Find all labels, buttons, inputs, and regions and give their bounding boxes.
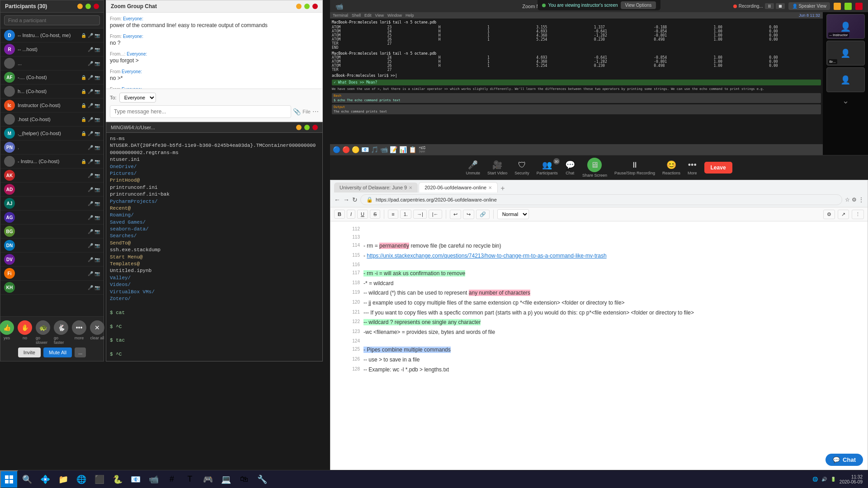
chat-close-button[interactable] [312,4,318,9]
participants-tool[interactable]: 👥 Participants 30 [537,160,558,175]
reactions-tool[interactable]: 😊 Reactions [662,160,680,175]
screen-menu-view[interactable]: View [375,13,384,18]
chat-maximize-button[interactable] [304,4,310,9]
screen-menu-shell[interactable]: Shell [352,13,361,18]
style-dropdown[interactable]: Normal [497,209,529,219]
line-number: 112 [349,225,360,233]
chat-minimize-button[interactable] [296,4,302,9]
thumbnail-blank[interactable]: 👤 [826,67,865,92]
taskbar-slack-button[interactable]: # [163,470,181,488]
no-button[interactable]: ✋ [18,320,32,335]
thumbnail-br[interactable]: 👤 Br... [826,41,865,66]
taskbar-explorer-button[interactable]: 📁 [54,470,72,488]
more-tool[interactable]: ••• More [688,160,697,175]
taskbar-app5-button[interactable]: 🎮 [199,470,217,488]
chat-input[interactable] [110,105,291,118]
avatar [4,156,15,167]
terminal-file: SendTo@ [110,240,131,246]
indent-button[interactable]: →| [413,210,427,219]
terminal-minimize-button[interactable] [296,125,302,130]
chat-bubble[interactable]: 💬 Chat [826,454,863,466]
invite-button[interactable]: Invite [18,347,41,357]
bookmark-button[interactable]: ☆ [845,197,850,203]
start-button[interactable] [0,470,18,488]
chat-file-button[interactable]: 📎 [293,108,301,115]
ordered-list-button[interactable]: 1. [400,210,411,219]
link-button[interactable]: 🔗 [476,210,490,219]
view-options-button[interactable]: View Options [621,1,656,9]
chat-more-button[interactable]: ⋯ [312,108,319,115]
screen-menu-edit[interactable]: Edit [364,13,372,18]
settings-button[interactable]: ⚙ [852,197,857,203]
strikethrough-button[interactable]: S [370,210,380,219]
terminal-maximize-button[interactable] [304,125,310,130]
terminal-line: $ ^C [110,351,319,358]
chat-to-everyone: Everyone: [122,69,142,74]
tab-etherpad[interactable]: 2020-06-uofdelaware-online ✕ [419,182,498,192]
security-tool[interactable]: 🛡 Security [514,160,529,175]
taskbar-chrome-button[interactable]: 🌐 [72,470,90,488]
more-button[interactable]: ... [75,347,86,357]
tab-etherpad-close[interactable]: ✕ [488,185,492,190]
undo-button[interactable]: ↩ [450,210,461,219]
close-button[interactable] [94,4,99,9]
tab-university[interactable]: University of Delaware: June 9 ✕ [334,183,418,192]
terminal-body[interactable]: ns-msNTUSER.DAT{20F4fe30-b5fd-11e9-b360-… [106,133,322,361]
ep-settings-button[interactable]: ⚙ [823,210,835,219]
start-video-tool[interactable]: 🎥 Start Video [487,160,507,175]
taskbar-terminal-button[interactable]: ⬛ [90,470,108,488]
tab-university-close[interactable]: ✕ [409,185,412,190]
address-input[interactable] [376,197,836,202]
search-input[interactable] [4,15,100,25]
address-bar-container[interactable]: 🔒 [360,194,842,205]
clear-all-button[interactable]: ✕ [90,320,104,335]
thumbnail-instructor[interactable]: 👤 -- Instructor [826,14,865,39]
minimize-button[interactable] [77,4,83,9]
yes-button[interactable]: 👍 [0,320,14,335]
taskbar-app7-button[interactable]: 🔧 [253,470,271,488]
leave-button[interactable]: Leave [704,162,732,174]
participant-name: . [18,145,88,150]
ep-link[interactable]: https://unix.stackexchange.com/questions… [367,253,606,259]
mute-all-button[interactable]: Mute All [43,347,72,357]
unmute-tool[interactable]: 🎤 Unmute [466,160,480,175]
new-tab-button[interactable]: + [499,184,506,192]
taskbar-cortana-button[interactable]: 💠 [36,470,54,488]
taskbar-mail-button[interactable]: 📧 [127,470,145,488]
taskbar-python-button[interactable]: 🐍 [108,470,127,488]
terminal-close-button[interactable] [312,125,318,130]
go-slower-button[interactable]: 🐢 [36,320,50,335]
share-screen-tool[interactable]: 🖥 Share Screen [582,158,607,178]
maximize-button[interactable] [85,4,91,9]
outdent-button[interactable]: |← [429,210,442,219]
screen-menu-help[interactable]: Help [406,13,414,18]
underline-button[interactable]: U [357,210,368,219]
screen-menu-window[interactable]: Window [387,13,402,18]
back-button[interactable]: ← [334,196,340,203]
taskbar-app6-button[interactable]: 💻 [217,470,235,488]
taskbar-search-button[interactable]: 🔍 [18,470,36,488]
ep-more-button[interactable]: ⋮ [852,210,864,219]
more-reactions-button[interactable]: ••• [72,320,86,335]
bold-button[interactable]: B [334,210,345,219]
ep-right-actions: ⚙ ↗ ⋮ [823,210,864,219]
chat-to-select[interactable]: Everyone [119,93,156,103]
ep-share-button[interactable]: ↗ [838,210,849,219]
browser-more-button[interactable]: ⋮ [859,197,864,203]
italic-button[interactable]: I [347,210,355,219]
pause-stop-tool[interactable]: ⏸ Pause/Stop Recording [614,160,655,175]
forward-button[interactable]: → [343,196,349,203]
taskbar-store-button[interactable]: 🛍 [235,470,253,488]
taskbar-zoom-button[interactable]: 📹 [145,470,163,488]
chat-titlebar: Zoom Group Chat [106,0,322,13]
unordered-list-button[interactable]: ≡ [388,210,398,219]
line-text: - rm -i = will ask us confirmation to re… [363,269,849,279]
chevron-down-icon[interactable]: ⌄ [842,96,849,106]
taskbar-clock[interactable]: 11:32 2020-06-09 [840,474,863,484]
refresh-button[interactable]: ↻ [352,196,358,203]
chat-tool[interactable]: 💬 Chat [565,160,575,175]
redo-button[interactable]: ↪ [463,210,474,219]
taskbar-teams-button[interactable]: T [181,470,199,488]
go-faster-button[interactable]: 🐇 [54,320,68,335]
screen-menu-terminal[interactable]: Terminal [333,13,348,18]
